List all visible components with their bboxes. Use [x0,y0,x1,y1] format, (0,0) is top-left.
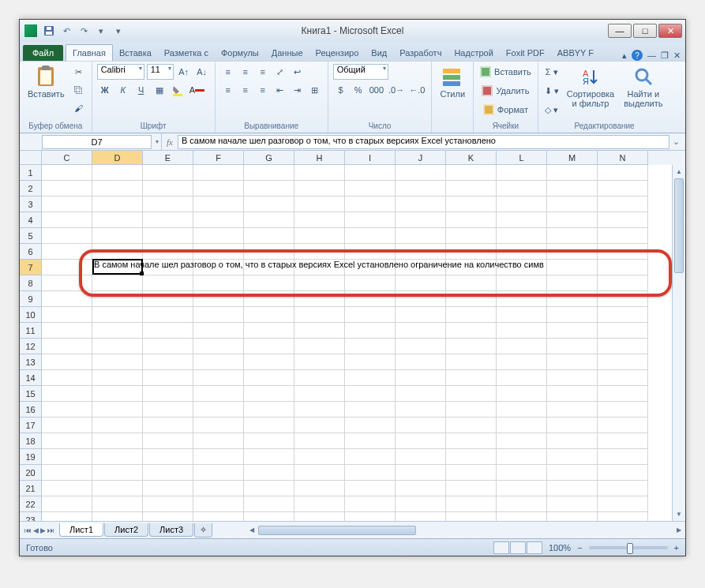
cell[interactable] [345,496,396,512]
row-header[interactable]: 15 [20,386,42,402]
qat-icon[interactable]: ▾ [94,24,108,38]
clear-icon[interactable]: ◇ ▾ [543,102,561,118]
align-right-icon[interactable]: ≡ [255,82,271,98]
delete-cells-button[interactable]: Удалить [478,83,533,99]
cell[interactable] [497,339,547,354]
cell[interactable] [294,354,345,370]
tab-data[interactable]: Данные [265,45,309,61]
cell[interactable] [42,181,92,197]
sort-filter-button[interactable]: АЯ Сортировка и фильтр [564,64,617,110]
increase-indent-icon[interactable]: ⇥ [290,82,306,98]
tab-file[interactable]: Файл [23,45,63,61]
scrollbar-thumb[interactable] [258,526,416,535]
cell[interactable] [345,181,396,197]
row-header[interactable]: 12 [20,339,42,354]
cell[interactable] [446,323,497,339]
cell[interactable] [396,465,446,481]
column-header[interactable]: N [598,151,648,165]
align-center-icon[interactable]: ≡ [238,82,253,98]
cell[interactable] [598,386,648,402]
maximize-button[interactable]: □ [633,24,657,38]
name-box[interactable]: D7 [42,135,152,149]
cell[interactable] [193,512,244,521]
scroll-left-icon[interactable]: ◀ [245,526,258,534]
row-header[interactable]: 1 [20,165,42,181]
column-header[interactable]: I [345,151,396,165]
cell[interactable] [42,496,92,512]
cell[interactable] [446,212,497,228]
scroll-up-icon[interactable]: ▲ [673,165,685,178]
cell[interactable] [244,228,294,244]
column-header[interactable]: G [244,151,294,165]
redo-icon[interactable]: ↷ [77,24,91,38]
cell[interactable] [143,228,193,244]
styles-button[interactable]: Стили [437,64,468,100]
cell[interactable] [547,181,598,197]
cell[interactable] [244,339,294,354]
cell[interactable] [42,433,92,449]
bold-icon[interactable]: Ж [97,82,113,98]
cell[interactable] [547,402,598,418]
cell[interactable] [294,244,345,260]
cell[interactable] [345,512,396,521]
tab-view[interactable]: Вид [365,45,393,61]
cell[interactable] [244,402,294,418]
font-size-select[interactable]: 11 [147,64,174,80]
page-layout-view-icon[interactable] [510,541,526,554]
tab-formulas[interactable]: Формулы [215,45,265,61]
find-select-button[interactable]: Найти и выделить [621,64,666,110]
cell[interactable] [244,449,294,465]
cell[interactable] [446,449,497,465]
cell[interactable] [143,244,193,260]
cell[interactable] [193,228,244,244]
cell[interactable] [345,370,396,386]
cell[interactable] [345,212,396,228]
cell[interactable] [92,339,143,354]
tab-foxit[interactable]: Foxit PDF [500,45,551,61]
decrease-indent-icon[interactable]: ⇤ [272,82,288,98]
cell[interactable] [244,354,294,370]
cell[interactable] [396,197,446,212]
cell[interactable] [446,496,497,512]
cell[interactable] [42,449,92,465]
cell[interactable] [446,244,497,260]
cell[interactable] [92,181,143,197]
cell[interactable] [446,275,497,291]
cell[interactable] [294,339,345,354]
cell[interactable] [446,481,497,496]
cell[interactable] [193,370,244,386]
cell[interactable] [497,402,547,418]
row-header[interactable]: 21 [20,481,42,496]
cells-area[interactable]: В самом начале шел разговор о том, что в… [42,165,672,521]
zoom-out-icon[interactable]: − [577,543,582,552]
row-header[interactable]: 3 [20,197,42,212]
cell[interactable] [193,323,244,339]
cell[interactable] [193,181,244,197]
cell[interactable] [547,418,598,433]
cell[interactable] [345,402,396,418]
cell[interactable] [294,418,345,433]
cell[interactable] [497,465,547,481]
select-all-corner[interactable] [20,151,42,165]
cell[interactable] [547,354,598,370]
cell[interactable] [396,212,446,228]
cell[interactable] [497,433,547,449]
cell[interactable] [42,228,92,244]
cell[interactable] [547,260,598,275]
cell[interactable] [345,275,396,291]
cell[interactable] [244,181,294,197]
cell[interactable] [42,512,92,521]
row-header[interactable]: 9 [20,291,42,307]
format-cells-button[interactable]: Формат [478,102,533,118]
scroll-down-icon[interactable]: ▼ [673,507,685,521]
prev-sheet-icon[interactable]: ◀ [33,526,39,534]
row-header[interactable]: 16 [20,402,42,418]
row-header[interactable]: 19 [20,449,42,465]
cell[interactable] [396,275,446,291]
cell[interactable] [446,354,497,370]
cell[interactable] [294,275,345,291]
column-header[interactable]: D [92,151,143,165]
cell[interactable] [143,275,193,291]
decrease-decimal-icon[interactable]: ←.0 [407,82,426,98]
cell[interactable] [193,165,244,181]
